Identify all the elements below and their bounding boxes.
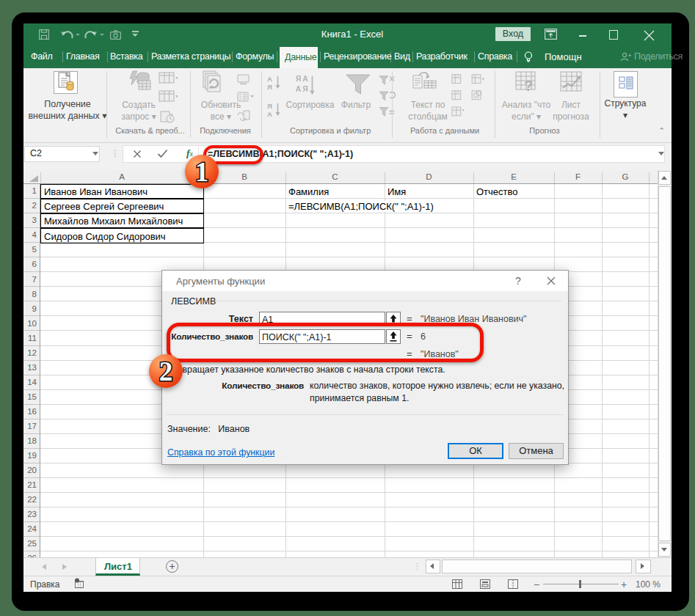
svg-text:Я: Я <box>267 102 272 110</box>
svg-text:1: 1 <box>195 157 209 187</box>
svg-text:2: 2 <box>159 356 173 386</box>
svg-text:Я: Я <box>302 85 308 93</box>
svg-text:Я: Я <box>296 75 301 83</box>
svg-text:Я: Я <box>267 83 272 91</box>
svg-text:А: А <box>296 85 302 93</box>
svg-text:?: ? <box>524 78 533 94</box>
svg-text:А: А <box>302 75 308 83</box>
svg-text:А: А <box>267 110 272 117</box>
svg-text:А: А <box>267 75 272 83</box>
